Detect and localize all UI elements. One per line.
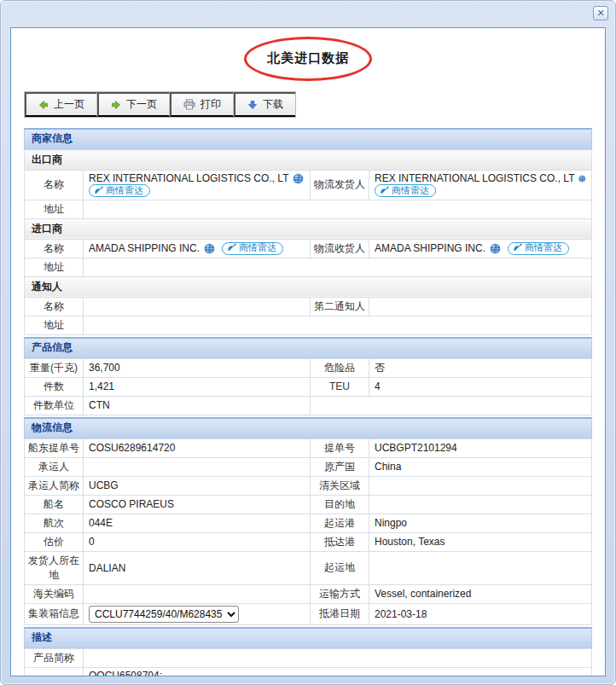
master-bl-value: COSU6289614720 [84, 438, 311, 457]
field-label: 抵达港 [311, 532, 369, 551]
field-label: 提单号 [311, 438, 369, 457]
radar-icon [513, 243, 522, 253]
table-row: 进口商 [25, 218, 592, 239]
table-row: 承运人 原产国 China [25, 457, 592, 476]
field-label: 地址 [25, 200, 84, 218]
logistics-table: 船东提单号 COSU6289614720 提单号 UCBGPT2101294 承… [24, 438, 592, 625]
table-row: 出口商 [25, 150, 592, 171]
arrow-right-icon [111, 100, 121, 110]
field-label: 船名 [25, 495, 84, 514]
table-row: 名称 REX INTERNATIONAL LOGISTICS CO., LT 商… [25, 171, 592, 200]
dialog-window: ✕ 北美进口数据 上一页 下一页 打印 [0, 0, 616, 685]
notify-address-value [84, 316, 592, 334]
container-select[interactable]: CCLU7744259/40/M628435 [89, 606, 239, 623]
customs-area-value [369, 476, 592, 495]
second-notify-value [369, 297, 592, 316]
field-label: 第二通知人 [311, 297, 369, 316]
field-label: 件数单位 [25, 396, 84, 415]
field-label: 起运地 [311, 551, 369, 584]
radar-badge[interactable]: 商情雷达 [222, 242, 283, 255]
subheader-exporter: 出口商 [25, 150, 592, 171]
field-label: 海关编码 [25, 584, 84, 603]
table-row: 件数 1,421 TEU 4 [25, 377, 592, 396]
field-label: 航次 [25, 514, 84, 532]
shipper-cell: REX INTERNATIONAL LOGISTICS CO., LT 商情雷达 [369, 171, 592, 200]
unit-value: CTN [84, 396, 311, 415]
radar-badge[interactable]: 商情雷达 [508, 242, 569, 255]
next-page-button[interactable]: 下一页 [97, 92, 170, 117]
field-label: 清关区域 [311, 476, 369, 495]
container-cell: CCLU7744259/40/M628435 [84, 603, 311, 624]
field-label: TEU [311, 377, 369, 396]
field-label: 抵港日期 [311, 603, 369, 624]
voyage-value: 044E [84, 514, 311, 532]
field-label: 集装箱信息 [25, 603, 84, 624]
origin-country-value: China [369, 457, 592, 476]
field-label: 运输方式 [311, 584, 369, 603]
toolbar: 上一页 下一页 打印 下载 [24, 91, 296, 118]
exporter-name-value: REX INTERNATIONAL LOGISTICS CO., LT [89, 172, 288, 184]
globe-icon[interactable] [204, 243, 215, 254]
table-row: 船名 COSCO PIRAEUS 目的地 [25, 495, 592, 514]
subheader-importer: 进口商 [25, 218, 592, 239]
print-button[interactable]: 打印 [170, 92, 234, 117]
radar-badge[interactable]: 商情雷达 [89, 184, 150, 197]
transport-mode-value: Vessel, containerized [369, 584, 592, 603]
field-label: 目的地 [311, 495, 369, 514]
field-label: 物流发货人 [311, 171, 369, 200]
red-ellipse-annotation: 北美进口数据 [244, 37, 372, 81]
prev-page-label: 上一页 [54, 97, 84, 112]
globe-icon[interactable] [490, 243, 501, 254]
consignee-value: AMADA SHIPPING INC. [375, 242, 485, 254]
arrival-date-value: 2021-03-18 [369, 603, 592, 624]
table-row: 通知人 [25, 276, 592, 297]
empty-cell [311, 396, 592, 415]
origin-place-value [369, 551, 592, 584]
table-row: 地址 [25, 258, 592, 276]
description-table: 产品简称 产品描述 OOCU6508704: 001:KITCHEN WAREI… [24, 648, 592, 677]
product-description-value: OOCU6508704: 001:KITCHEN WAREIMPORT WHIT… [84, 667, 592, 676]
field-label: 物流收货人 [311, 239, 369, 258]
table-row: 地址 [25, 316, 592, 334]
table-row: 重量(千克) 36,700 危险品 否 [25, 358, 592, 377]
table-row: 名称 第二通知人 [25, 297, 592, 316]
field-label: 估价 [25, 532, 84, 551]
hs-code-value [84, 584, 311, 603]
quantity-value: 1,421 [84, 377, 311, 396]
field-label: 船东提单号 [25, 438, 84, 457]
table-row: 产品简称 [25, 648, 592, 667]
table-row: 集装箱信息 CCLU7744259/40/M628435 抵港日期 2021-0… [25, 603, 592, 624]
field-label: 承运人简称 [25, 476, 84, 495]
globe-icon[interactable] [293, 173, 304, 184]
radar-icon [94, 186, 103, 195]
field-label: 件数 [25, 377, 84, 396]
print-label: 打印 [200, 97, 221, 112]
teu-value: 4 [369, 377, 592, 396]
radar-badge[interactable]: 商情雷达 [375, 184, 436, 197]
download-label: 下载 [263, 97, 283, 112]
importer-name-cell: AMADA SHIPPING INC. 商情雷达 [84, 239, 311, 258]
vessel-value: COSCO PIRAEUS [84, 495, 311, 514]
arrow-left-icon [38, 100, 49, 110]
title-area: 北美进口数据 [24, 37, 592, 81]
table-row: 船东提单号 COSU6289614720 提单号 UCBGPT2101294 [25, 438, 592, 457]
field-label: 重量(千克) [25, 358, 84, 377]
field-label: 地址 [25, 316, 84, 334]
globe-icon[interactable] [578, 173, 586, 184]
field-label: 发货人所在地 [25, 551, 84, 584]
field-label: 名称 [25, 171, 84, 200]
field-label: 起运港 [311, 514, 369, 532]
radar-badge-label: 商情雷达 [239, 241, 276, 254]
prev-page-button[interactable]: 上一页 [25, 92, 97, 117]
load-port-value: Ningpo [369, 514, 592, 532]
close-icon: ✕ [596, 9, 604, 18]
section-header-description: 描述 [24, 627, 592, 648]
page-title: 北美进口数据 [267, 50, 349, 65]
dialog-titlebar[interactable]: ✕ [1, 1, 615, 27]
importer-name-value: AMADA SHIPPING INC. [89, 242, 200, 254]
field-label: 地址 [25, 258, 84, 276]
download-button[interactable]: 下载 [234, 92, 295, 117]
section-header-merchant: 商家信息 [24, 128, 592, 149]
destination-value [369, 495, 592, 514]
close-button[interactable]: ✕ [593, 6, 608, 20]
